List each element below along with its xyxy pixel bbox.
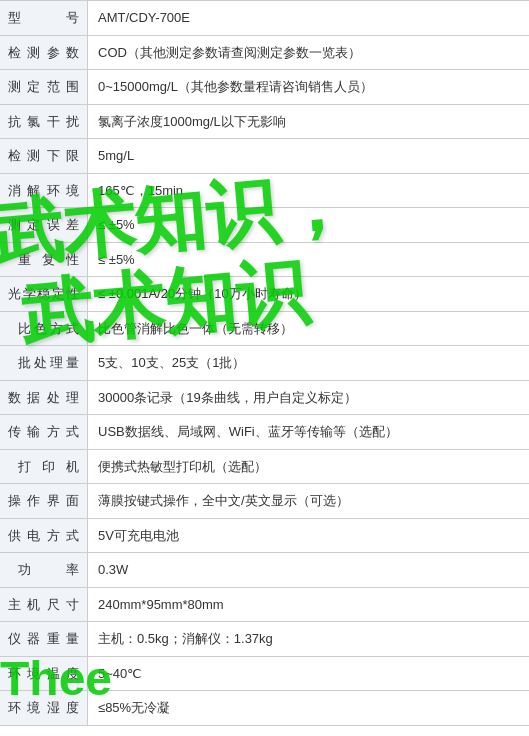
cell-label: 传输方式 [0,415,88,449]
cell-value: 240mm*95mm*80mm [88,588,529,622]
cell-label: 数据处理 [0,381,88,415]
table-row: 检测下限5mg/L [0,139,529,174]
cell-label: 打印机 [0,450,88,484]
table-row: 打印机便携式热敏型打印机（选配） [0,450,529,485]
table-row: 环境温度5~40℃ [0,657,529,692]
cell-label: 光学稳定性 [0,277,88,311]
table-row: 光学稳定性≤ ±0.001A/20分钟（10万小时寿命） [0,277,529,312]
cell-value: ≤85%无冷凝 [88,691,529,725]
table-row: 供电方式5V可充电电池 [0,519,529,554]
cell-value: 便携式热敏型打印机（选配） [88,450,529,484]
table-row: 检测参数COD（其他测定参数请查阅测定参数一览表） [0,36,529,71]
cell-value: USB数据线、局域网、WiFi、蓝牙等传输等（选配） [88,415,529,449]
cell-value: 薄膜按键式操作，全中文/英文显示（可选） [88,484,529,518]
cell-value: 5支、10支、25支（1批） [88,346,529,380]
cell-label: 重复性 [0,243,88,277]
cell-value: 5~40℃ [88,657,529,691]
table-row: 比色方式比色管消解比色一体（无需转移） [0,312,529,347]
cell-value: 5V可充电电池 [88,519,529,553]
table-row: 数据处理30000条记录（19条曲线，用户自定义标定） [0,381,529,416]
cell-label: 仪器重量 [0,622,88,656]
cell-value: ≤ ±5% [88,243,529,277]
cell-label: 型号 [0,1,88,35]
cell-label: 操作界面 [0,484,88,518]
cell-value: 0~15000mg/L（其他参数量程请咨询销售人员） [88,70,529,104]
cell-value: 主机：0.5kg；消解仪：1.37kg [88,622,529,656]
cell-label: 比色方式 [0,312,88,346]
specs-table: 型号AMT/CDY-700E检测参数COD（其他测定参数请查阅测定参数一览表）测… [0,0,529,726]
table-row: 抗氯干扰氯离子浓度1000mg/L以下无影响 [0,105,529,140]
cell-label: 环境温度 [0,657,88,691]
table-row: 重复性≤ ±5% [0,243,529,278]
cell-value: 0.3W [88,553,529,587]
cell-value: 氯离子浓度1000mg/L以下无影响 [88,105,529,139]
cell-value: 30000条记录（19条曲线，用户自定义标定） [88,381,529,415]
cell-label: 测定范围 [0,70,88,104]
table-row: 型号AMT/CDY-700E [0,0,529,36]
cell-label: 测定误差 [0,208,88,242]
cell-value: ≤ ±5% [88,208,529,242]
cell-label: 批处理量 [0,346,88,380]
cell-value: 比色管消解比色一体（无需转移） [88,312,529,346]
table-row: 消解环境165℃，15min [0,174,529,209]
cell-label: 功率 [0,553,88,587]
table-row: 主机尺寸240mm*95mm*80mm [0,588,529,623]
table-row: 功率0.3W [0,553,529,588]
table-row: 仪器重量主机：0.5kg；消解仪：1.37kg [0,622,529,657]
table-row: 测定范围0~15000mg/L（其他参数量程请咨询销售人员） [0,70,529,105]
table-row: 传输方式USB数据线、局域网、WiFi、蓝牙等传输等（选配） [0,415,529,450]
cell-value: 165℃，15min [88,174,529,208]
cell-label: 抗氯干扰 [0,105,88,139]
cell-label: 主机尺寸 [0,588,88,622]
cell-value: 5mg/L [88,139,529,173]
cell-label: 环境湿度 [0,691,88,725]
cell-label: 消解环境 [0,174,88,208]
table-row: 测定误差≤ ±5% [0,208,529,243]
cell-label: 供电方式 [0,519,88,553]
cell-label: 检测参数 [0,36,88,70]
cell-label: 检测下限 [0,139,88,173]
cell-value: ≤ ±0.001A/20分钟（10万小时寿命） [88,277,529,311]
table-row: 操作界面薄膜按键式操作，全中文/英文显示（可选） [0,484,529,519]
cell-value: AMT/CDY-700E [88,1,529,35]
table-row: 环境湿度≤85%无冷凝 [0,691,529,726]
cell-value: COD（其他测定参数请查阅测定参数一览表） [88,36,529,70]
table-row: 批处理量5支、10支、25支（1批） [0,346,529,381]
